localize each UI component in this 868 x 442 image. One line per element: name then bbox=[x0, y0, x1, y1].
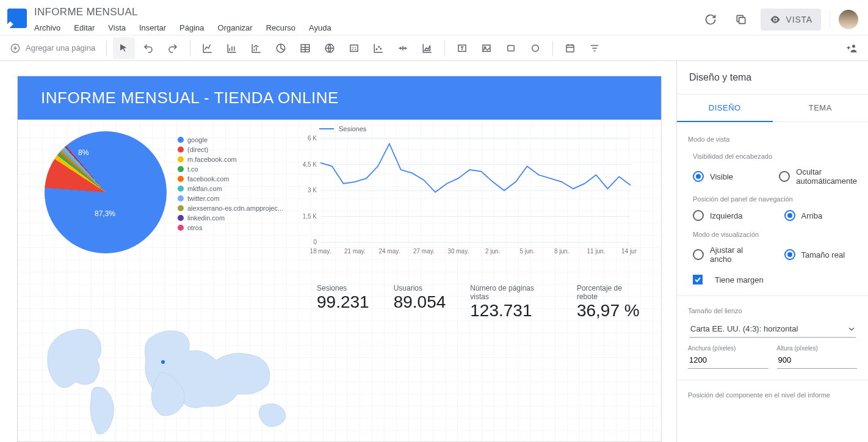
scatter-chart-icon[interactable] bbox=[367, 37, 389, 59]
kpi-card[interactable]: Porcentaje de rebote36,97 % bbox=[577, 284, 643, 321]
radio-auto-hide[interactable]: Ocultar automáticamente bbox=[779, 167, 857, 186]
legend-label: t.co bbox=[187, 164, 198, 174]
canvas-preset-select[interactable]: Carta EE. UU. (4:3): horizontal bbox=[689, 321, 856, 338]
kpi-card[interactable]: Usuarios89.054 bbox=[394, 284, 446, 321]
eye-icon bbox=[769, 13, 781, 26]
add-people-icon[interactable] bbox=[841, 37, 863, 59]
date-range-icon[interactable] bbox=[559, 37, 581, 59]
legend-item: linkedin.com bbox=[178, 213, 283, 223]
geo-chart-icon[interactable] bbox=[319, 37, 341, 59]
line-chart-icon[interactable] bbox=[197, 37, 219, 59]
redo-icon[interactable] bbox=[162, 37, 184, 59]
separator bbox=[106, 41, 107, 56]
document-title[interactable]: INFORME MENSUAL bbox=[34, 6, 331, 18]
menu-arrange[interactable]: Organizar bbox=[218, 23, 253, 32]
pie-second-percent: 8% bbox=[78, 148, 89, 157]
svg-text:5 jun.: 5 jun. bbox=[519, 248, 534, 255]
tab-theme[interactable]: TEMA bbox=[773, 95, 869, 122]
add-page-button[interactable]: Agregar una página bbox=[5, 43, 100, 54]
image-tool-icon[interactable] bbox=[476, 37, 497, 59]
legend-swatch bbox=[178, 137, 184, 143]
scorecard-icon[interactable]: 21 bbox=[343, 37, 365, 59]
area-chart-icon[interactable] bbox=[416, 37, 438, 59]
radio-actual-size[interactable]: Tamaño real bbox=[784, 245, 858, 264]
radio-icon bbox=[693, 171, 704, 182]
copy-icon[interactable] bbox=[730, 9, 752, 31]
line-legend: Sesiones bbox=[319, 125, 649, 132]
map-highlight-point bbox=[161, 360, 165, 364]
circle-tool-icon[interactable] bbox=[524, 37, 546, 59]
svg-text:14 jun.: 14 jun. bbox=[621, 248, 637, 255]
report-canvas[interactable]: INFORME MENSUAL - TIENDA ONLINE 87,3% 8%… bbox=[17, 76, 662, 442]
combo-chart-icon[interactable] bbox=[245, 37, 267, 59]
app-header: INFORME MENSUAL Archivo Editar Vista Ins… bbox=[0, 0, 868, 35]
filter-control-icon[interactable] bbox=[584, 37, 606, 59]
svg-text:1,5 K: 1,5 K bbox=[303, 213, 317, 220]
menu-insert[interactable]: Insertar bbox=[139, 23, 166, 32]
line-chart-component[interactable]: Sesiones 6 K4,5 K3 K1,5 K018 may.21 may.… bbox=[295, 125, 649, 259]
view-mode-button[interactable]: VISTA bbox=[761, 9, 821, 31]
svg-text:0: 0 bbox=[313, 239, 317, 245]
radio-fit-width[interactable]: Ajustar al ancho bbox=[693, 245, 766, 264]
radio-visible[interactable]: Visible bbox=[693, 167, 761, 186]
legend-item: facebook.com bbox=[178, 174, 283, 184]
svg-text:27 may.: 27 may. bbox=[413, 248, 435, 255]
text-tool-icon[interactable] bbox=[451, 37, 473, 59]
legend-label: linkedin.com bbox=[187, 213, 225, 223]
legend-label: twitter.com bbox=[187, 194, 220, 203]
svg-point-9 bbox=[378, 46, 380, 48]
kpi-card[interactable]: Sesiones99.231 bbox=[317, 284, 369, 321]
table-chart-icon[interactable] bbox=[294, 37, 316, 59]
svg-point-15 bbox=[532, 45, 539, 51]
svg-text:21 may.: 21 may. bbox=[344, 248, 366, 255]
svg-text:11 jun.: 11 jun. bbox=[587, 248, 606, 255]
radio-nav-left[interactable]: Izquierda bbox=[693, 210, 766, 221]
checkbox-has-margin[interactable]: Tiene margen bbox=[693, 275, 857, 284]
menu-page[interactable]: Página bbox=[179, 23, 204, 32]
legend-label: google bbox=[187, 135, 208, 145]
svg-rect-0 bbox=[739, 18, 745, 24]
report-title[interactable]: INFORME MENSUAL - TIENDA ONLINE bbox=[18, 76, 661, 120]
user-avatar[interactable] bbox=[839, 10, 858, 29]
rectangle-tool-icon[interactable] bbox=[500, 37, 522, 59]
menu-view[interactable]: Vista bbox=[108, 23, 126, 32]
legend-item: t.co bbox=[178, 164, 283, 174]
width-label: Anchura (píxeles) bbox=[688, 345, 769, 352]
geo-chart-component[interactable] bbox=[36, 314, 298, 442]
view-mode-label: VISTA bbox=[786, 15, 812, 24]
radio-icon bbox=[693, 210, 704, 221]
separator bbox=[444, 41, 445, 56]
legend-swatch bbox=[178, 147, 184, 153]
section-view-mode: Modo de vista bbox=[688, 136, 857, 143]
menu-edit[interactable]: Editar bbox=[74, 23, 95, 32]
pie-chart-icon[interactable] bbox=[270, 37, 292, 59]
svg-text:2 jun.: 2 jun. bbox=[485, 248, 500, 255]
pie-chart-component[interactable]: 87,3% 8% google(direct)m.facebook.comt.c… bbox=[45, 131, 289, 272]
select-tool-icon[interactable] bbox=[113, 37, 135, 59]
legend-item: mktfan.com bbox=[178, 184, 283, 194]
canvas-height-input[interactable] bbox=[777, 352, 858, 369]
tab-design[interactable]: DISEÑO bbox=[677, 95, 773, 122]
kpi-card[interactable]: Número de páginas vistas123.731 bbox=[470, 284, 552, 321]
line-chart: 6 K4,5 K3 K1,5 K018 may.21 may.24 may.27… bbox=[295, 135, 637, 257]
svg-point-1 bbox=[774, 18, 776, 20]
undo-icon[interactable] bbox=[137, 37, 159, 59]
svg-text:6 K: 6 K bbox=[308, 135, 317, 142]
legend-item: otros bbox=[178, 223, 283, 233]
canvas-width-input[interactable] bbox=[688, 352, 769, 369]
menu-file[interactable]: Archivo bbox=[34, 23, 60, 32]
section-component-position: Posición del componente en el nivel del … bbox=[688, 391, 857, 399]
bullet-chart-icon[interactable] bbox=[392, 37, 414, 59]
radio-nav-top[interactable]: Arriba bbox=[784, 210, 858, 221]
canvas-area[interactable]: INFORME MENSUAL - TIENDA ONLINE 87,3% 8%… bbox=[0, 61, 676, 442]
legend-item: (direct) bbox=[178, 145, 283, 154]
legend-swatch bbox=[178, 195, 184, 201]
kpi-row[interactable]: Sesiones99.231Usuarios89.054Número de pá… bbox=[317, 284, 643, 321]
bar-chart-icon[interactable] bbox=[221, 37, 243, 59]
series-name: Sesiones bbox=[339, 125, 366, 132]
menu-resource[interactable]: Recurso bbox=[266, 23, 295, 32]
label-display-mode: Modo de visualización bbox=[693, 231, 857, 238]
menu-help[interactable]: Ayuda bbox=[309, 23, 331, 32]
height-label: Altura (píxeles) bbox=[777, 345, 858, 352]
refresh-icon[interactable] bbox=[700, 9, 722, 31]
